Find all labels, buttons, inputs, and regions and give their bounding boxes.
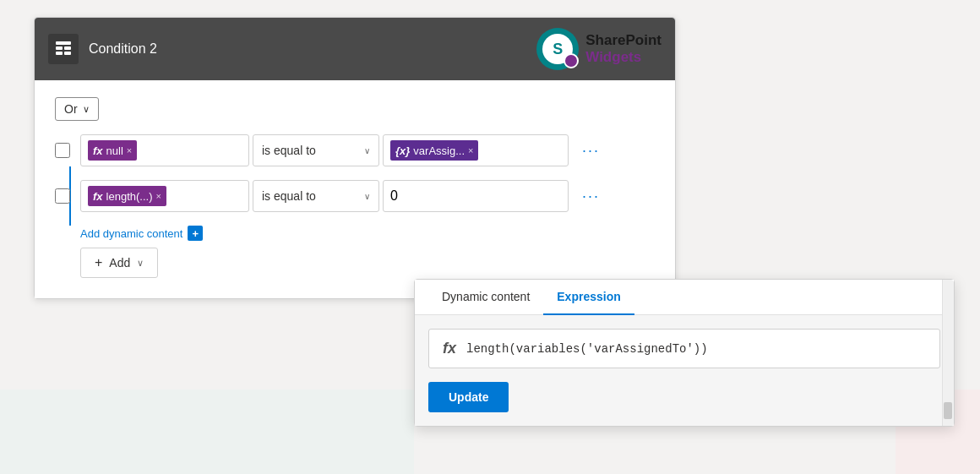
- add-plus-icon: +: [95, 255, 102, 270]
- or-button[interactable]: Or ∨: [55, 97, 99, 121]
- row2-left-input[interactable]: fx length(...) ×: [80, 180, 249, 212]
- panel-tabs: Dynamic content Expression: [415, 280, 954, 315]
- condition-row-1: fx null × is equal to ∨ {x}: [55, 134, 655, 166]
- expression-panel: Dynamic content Expression fx length(var…: [414, 279, 955, 427]
- row1-null-text: null: [106, 144, 123, 157]
- update-button[interactable]: Update: [428, 382, 509, 412]
- row2-more-button[interactable]: ···: [575, 184, 607, 209]
- add-button[interactable]: + Add ∨: [80, 248, 158, 278]
- svg-rect-2: [64, 46, 71, 50]
- row2-chevron-icon: ∨: [364, 192, 370, 201]
- or-chevron-icon: ∨: [83, 104, 90, 115]
- row1-checkbox[interactable]: [55, 143, 70, 158]
- row1-var-text: varAssig...: [413, 144, 465, 157]
- condition-row-2: fx length(...) × is equal to ∨ 0: [55, 180, 655, 212]
- row2-operator-dropdown[interactable]: is equal to ∨: [253, 180, 379, 212]
- add-chevron-icon: ∨: [137, 258, 144, 269]
- condition-card: Condition 2 S SharePoint Widgets O: [34, 17, 676, 299]
- expression-fx-icon: fx: [443, 340, 456, 357]
- condition-header: Condition 2 S SharePoint Widgets: [35, 18, 675, 80]
- row1-more-button[interactable]: ···: [575, 139, 607, 163]
- row2-right-input[interactable]: 0: [383, 180, 569, 212]
- row1-fields: fx null × is equal to ∨ {x}: [80, 134, 607, 166]
- expression-box[interactable]: fx length(variables('varAssignedTo')): [428, 329, 940, 368]
- tab-expression[interactable]: Expression: [543, 280, 634, 315]
- sp-name-block: SharePoint Widgets: [585, 32, 662, 66]
- condition-title: Condition 2: [89, 41, 157, 57]
- scroll-bar[interactable]: [942, 280, 954, 426]
- add-dynamic-content[interactable]: Add dynamic content +: [80, 226, 655, 241]
- row1-close-icon[interactable]: ×: [127, 145, 132, 155]
- row1-operator-dropdown[interactable]: is equal to ∨: [253, 134, 379, 166]
- tab-dynamic-content[interactable]: Dynamic content: [428, 280, 543, 315]
- row1-var-pill: {x} varAssig... ×: [390, 140, 478, 161]
- add-dynamic-icon: +: [188, 226, 203, 241]
- row2-fx-pill: fx length(...) ×: [88, 186, 166, 206]
- row1-fx-icon: fx: [93, 144, 103, 157]
- row2-length-text: length(...): [106, 190, 153, 203]
- row2-fx-icon: fx: [93, 190, 103, 203]
- add-dynamic-label: Add dynamic content: [80, 227, 182, 240]
- row2-operator-text: is equal to: [262, 189, 316, 203]
- row1-xvar-icon: {x}: [395, 144, 410, 157]
- row1-operator-text: is equal to: [262, 144, 316, 157]
- scroll-thumb: [944, 402, 952, 419]
- or-label: Or: [64, 102, 78, 116]
- expression-value: length(variables('varAssignedTo')): [466, 342, 708, 356]
- row2-value-text: 0: [390, 188, 398, 204]
- row1-chevron-icon: ∨: [364, 146, 370, 155]
- svg-rect-4: [64, 52, 71, 55]
- svg-rect-3: [56, 52, 63, 55]
- sp-letter: S: [553, 41, 563, 58]
- sp-name-top: SharePoint: [585, 32, 662, 49]
- add-label: Add: [109, 256, 130, 270]
- update-label: Update: [449, 390, 488, 404]
- condition-body: Or ∨ fx null ×: [35, 80, 675, 298]
- sharepoint-logo: S SharePoint Widgets: [536, 28, 662, 70]
- row2-checkbox[interactable]: [55, 188, 70, 204]
- row1-var-close-icon[interactable]: ×: [468, 145, 473, 155]
- svg-rect-1: [56, 46, 63, 50]
- tab-dynamic-label: Dynamic content: [442, 290, 530, 303]
- row1-fx-pill: fx null ×: [88, 140, 137, 161]
- sp-name-bottom: Widgets: [585, 49, 662, 66]
- condition-icon: [48, 34, 79, 64]
- row1-left-input[interactable]: fx null ×: [80, 134, 249, 166]
- bg-left-tint: [0, 390, 414, 474]
- row1-right-input[interactable]: {x} varAssig... ×: [383, 134, 569, 166]
- row2-fields: fx length(...) × is equal to ∨ 0: [80, 180, 607, 212]
- tab-expression-label: Expression: [557, 290, 620, 303]
- panel-content: fx length(variables('varAssignedTo')) Up…: [415, 315, 954, 426]
- svg-rect-0: [56, 41, 71, 45]
- row2-close-icon[interactable]: ×: [155, 191, 161, 201]
- rows-container: fx null × is equal to ∨ {x}: [55, 134, 655, 212]
